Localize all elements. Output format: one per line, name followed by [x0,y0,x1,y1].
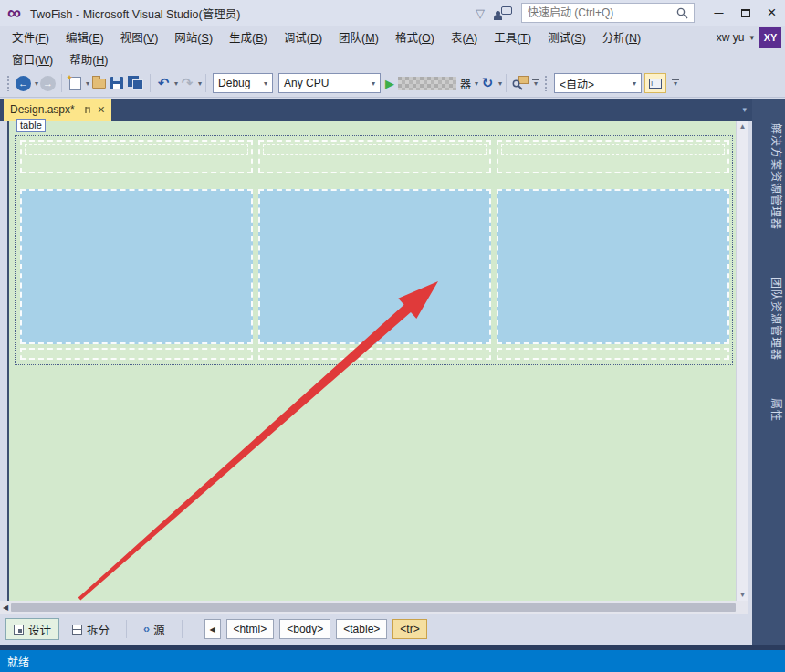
refresh-button[interactable]: ↻ [478,72,497,94]
table-cell-r3c1[interactable] [20,348,253,360]
outline-toggle-button[interactable]: I [644,73,666,93]
tab-close-icon[interactable]: × [98,104,105,115]
menu-edit[interactable]: 编辑(E) [58,26,112,48]
menu-bar: 文件(F) 编辑(E) 视图(V) 网站(S) 生成(B) 调试(D) 团队(M… [0,26,785,48]
menu-tools[interactable]: 工具(T) [486,26,539,48]
refresh-dropdown-icon[interactable]: ▾ [498,79,502,88]
view-switch-bar: 设计 拆分 ‹›源 ◀ <html> <body> <table> <tr> [0,614,752,645]
browse-with-icon [512,76,529,90]
undo-icon: ↶ [158,75,170,91]
vertical-scrollbar[interactable]: ▲ ▼ [736,121,748,601]
scroll-down-icon[interactable]: ▼ [739,591,747,599]
table-cell-r1c2[interactable] [258,140,491,173]
split-view-button[interactable]: 拆分 [65,618,117,640]
table-cell-r3c3[interactable] [497,348,729,360]
forward-icon: → [40,76,56,91]
menu-table[interactable]: 表(A) [443,26,486,48]
back-icon: ← [16,76,31,91]
solution-platform-combo[interactable]: Any CPU▾ [278,73,381,93]
user-name[interactable]: xw yu [717,31,745,44]
menu-debug[interactable]: 调试(D) [276,26,330,48]
start-debug-button[interactable]: ▶ 器 [383,72,473,94]
table-cell-r2c2[interactable] [258,189,491,344]
menu-analyze[interactable]: 分析(N) [594,26,649,48]
undo-button[interactable]: ↶ [154,72,173,94]
toolbar-overflow-button[interactable]: ▾ [530,79,541,88]
toolbar-grip[interactable] [544,75,549,91]
menu-view[interactable]: 视图(V) [112,26,167,48]
table-cell-r1c1[interactable] [20,140,253,173]
menu-build[interactable]: 生成(B) [221,26,276,48]
status-text: 就绪 [7,654,29,669]
maximize-button[interactable] [732,0,759,26]
menu-help[interactable]: 帮助(H) [61,47,116,70]
tag-path-html[interactable]: <html> [226,619,275,639]
toolbar-grip[interactable] [6,75,11,91]
navigate-back-button[interactable]: ← [14,72,33,94]
user-dropdown-icon[interactable]: ▾ [749,33,754,42]
sidebar-item-solution-explorer[interactable]: 解决方案资源管理器 [752,104,785,250]
scroll-left-icon[interactable]: ◀ [0,604,11,612]
table-cell-r2c3[interactable] [497,189,729,344]
new-file-button[interactable]: ✦ [66,72,84,94]
table-cell-r2c1[interactable] [20,189,253,344]
menu-file[interactable]: 文件(F) [4,26,58,48]
sidebar-item-properties[interactable]: 属性 [752,389,785,431]
save-all-icon [128,76,144,90]
menu-team[interactable]: 团队(M) [330,26,387,48]
menu-website[interactable]: 网站(S) [166,26,221,48]
filter-icon[interactable]: ▽ [476,6,485,20]
source-view-button[interactable]: ‹›源 [136,618,173,640]
avatar[interactable]: XY [759,27,781,48]
table-cell-r1c3[interactable] [497,140,729,173]
horizontal-scroll-thumb[interactable] [11,603,736,612]
tag-path-table[interactable]: <table> [336,619,387,639]
selected-tag-label[interactable]: table [16,119,46,132]
play-icon: ▶ [385,77,394,90]
sidebar-item-team-explorer[interactable]: 团队资源管理器 [752,256,785,383]
design-view-button[interactable]: 设计 [5,618,59,640]
close-button[interactable]: × [759,0,785,26]
tool-window-sidebar: 解决方案资源管理器 团队资源管理器 属性 [752,99,785,645]
account-area: xw yu ▾ XY [717,26,781,48]
solution-configuration-combo[interactable]: Debug▾ [213,73,273,93]
tab-list-dropdown-icon[interactable]: ▾ [742,105,747,114]
quick-launch-search[interactable] [521,3,695,23]
table-cell-r3c2[interactable] [258,348,491,360]
redo-icon: ↷ [182,75,194,91]
menu-format[interactable]: 格式(O) [387,26,443,48]
redo-button[interactable]: ↷ [178,72,196,94]
document-tab-strip: Design.aspx* × ▾ [0,99,752,121]
target-rule-combo[interactable]: <自动>▾ [554,73,642,93]
source-view-icon: ‹› [143,623,149,635]
tag-path-body[interactable]: <body> [279,619,330,639]
menu-window[interactable]: 窗口(W) [4,47,61,70]
menu-test[interactable]: 测试(S) [539,26,594,48]
redo-dropdown-icon[interactable]: ▾ [198,79,202,88]
open-file-button[interactable] [89,72,108,94]
tab-design-aspx[interactable]: Design.aspx* × [4,99,111,121]
window-title: TwoFish - Microsoft Visual Studio(管理员) [30,5,240,22]
browser-name-redacted [398,77,456,90]
split-view-icon [72,625,82,635]
design-surface: table [0,121,736,601]
minimize-button[interactable]: ─ [706,0,732,26]
menu-bar-row2: 窗口(W) 帮助(H) [0,48,785,69]
refresh-icon: ↻ [482,75,494,91]
design-canvas[interactable]: table [7,121,736,601]
horizontal-scrollbar[interactable]: ◀ [0,601,748,614]
scroll-up-icon[interactable]: ▲ [739,122,747,131]
save-button[interactable] [108,72,126,94]
navigate-forward-button[interactable]: → [38,72,58,94]
browse-with-button[interactable] [510,72,530,94]
open-folder-icon [92,79,106,89]
save-all-button[interactable] [126,72,146,94]
toolbar-overflow-button[interactable]: ▾ [670,79,681,88]
tag-path-tr[interactable]: <tr> [392,619,426,639]
tag-path-scroll-left-button[interactable]: ◀ [204,619,221,639]
save-icon [110,77,123,89]
feedback-icon[interactable] [494,6,512,20]
maximize-icon [741,9,750,17]
search-input[interactable] [528,6,676,19]
pin-icon[interactable] [81,105,91,115]
